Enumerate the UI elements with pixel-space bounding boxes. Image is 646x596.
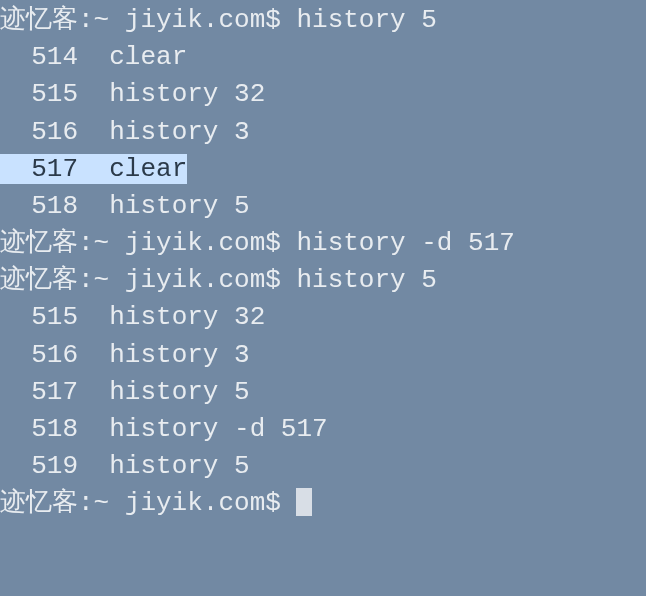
shell-prompt: 迹忆客:~ jiyik.com$	[0, 5, 296, 35]
history-entry: 516 history 3	[0, 114, 646, 151]
history-entry: 518 history -d 517	[0, 411, 646, 448]
history-command: history 5	[109, 191, 249, 221]
history-number: 519	[0, 451, 78, 481]
history-entry: 518 history 5	[0, 188, 646, 225]
history-command: history 5	[109, 377, 249, 407]
command-text: history 5	[296, 5, 436, 35]
history-command: history 5	[109, 451, 249, 481]
terminal-output[interactable]: 迹忆客:~ jiyik.com$ history 5 514 clear 515…	[0, 2, 646, 522]
history-entry: 519 history 5	[0, 448, 646, 485]
history-command: history 3	[109, 340, 249, 370]
history-number: 514	[0, 42, 78, 72]
history-number: 516	[0, 117, 78, 147]
history-command: history 3	[109, 117, 249, 147]
history-command: history 32	[109, 302, 265, 332]
history-entry: 517 clear	[0, 151, 646, 188]
history-number: 515	[0, 302, 78, 332]
history-command: clear	[109, 154, 187, 184]
history-entry: 515 history 32	[0, 76, 646, 113]
history-number: 515	[0, 79, 78, 109]
shell-prompt: 迹忆客:~ jiyik.com$	[0, 228, 296, 258]
history-command: history -d 517	[109, 414, 327, 444]
history-number: 518	[0, 191, 78, 221]
command-text: history -d 517	[296, 228, 514, 258]
command-text: history 5	[296, 265, 436, 295]
prompt-line: 迹忆客:~ jiyik.com$ history 5	[0, 262, 646, 299]
history-number: 517	[0, 154, 78, 184]
shell-prompt: 迹忆客:~ jiyik.com$	[0, 265, 296, 295]
history-entry: 516 history 3	[0, 337, 646, 374]
prompt-line: 迹忆客:~ jiyik.com$	[0, 485, 646, 522]
history-number: 516	[0, 340, 78, 370]
history-command: clear	[109, 42, 187, 72]
cursor	[296, 488, 312, 517]
history-entry: 517 history 5	[0, 374, 646, 411]
prompt-line: 迹忆客:~ jiyik.com$ history -d 517	[0, 225, 646, 262]
history-entry: 514 clear	[0, 39, 646, 76]
prompt-line: 迹忆客:~ jiyik.com$ history 5	[0, 2, 646, 39]
history-entry: 515 history 32	[0, 299, 646, 336]
history-number: 517	[0, 377, 78, 407]
history-command: history 32	[109, 79, 265, 109]
history-number: 518	[0, 414, 78, 444]
shell-prompt: 迹忆客:~ jiyik.com$	[0, 488, 296, 518]
